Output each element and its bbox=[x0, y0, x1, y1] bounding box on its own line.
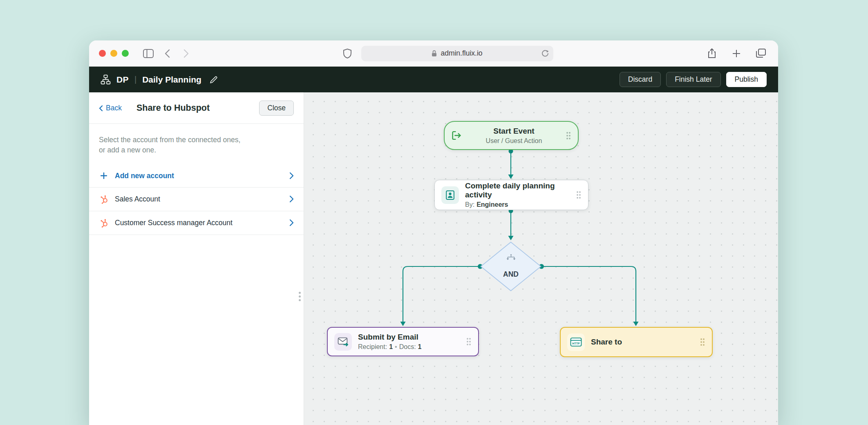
recipient-label: Recipient: bbox=[358, 343, 387, 351]
node-title: Start Event bbox=[493, 127, 534, 136]
close-panel-button[interactable]: Close bbox=[259, 101, 294, 116]
hubspot-icon bbox=[99, 218, 109, 228]
drag-handle-icon[interactable] bbox=[466, 337, 472, 346]
add-account-row[interactable]: Add new account bbox=[89, 165, 304, 188]
branch-icon bbox=[480, 254, 541, 262]
add-account-label: Add new account bbox=[115, 172, 174, 180]
close-window-button[interactable] bbox=[99, 50, 106, 57]
docs-label: Docs: bbox=[399, 343, 416, 351]
browser-toolbar: admin.fluix.io bbox=[89, 40, 778, 67]
back-link[interactable]: Back bbox=[99, 104, 122, 112]
url-text: admin.fluix.io bbox=[441, 49, 482, 58]
drag-handle-icon[interactable] bbox=[566, 131, 571, 140]
account-list: Add new account Sales Account bbox=[89, 165, 304, 235]
node-share-to[interactable]: HTTP Share to bbox=[560, 327, 713, 357]
back-label: Back bbox=[106, 104, 122, 112]
edit-title-icon[interactable] bbox=[210, 76, 218, 84]
workflow-initials: DP bbox=[116, 75, 129, 85]
address-bar[interactable]: admin.fluix.io bbox=[361, 46, 553, 61]
user-task-icon bbox=[441, 186, 459, 204]
gateway-label: AND bbox=[480, 270, 541, 279]
http-share-icon: HTTP bbox=[567, 333, 585, 351]
traffic-lights bbox=[99, 50, 129, 57]
node-complete-activity[interactable]: Complete daily planning activity By: Eng… bbox=[434, 180, 588, 210]
tab-overview-icon[interactable] bbox=[754, 47, 768, 60]
workflow-icon bbox=[101, 74, 111, 85]
by-label: By: bbox=[465, 201, 474, 208]
gateway-diamond bbox=[480, 242, 541, 291]
header-divider: | bbox=[134, 75, 136, 84]
node-submit-by-email[interactable]: Submit by Email Recipient: 1 • Docs: 1 bbox=[327, 327, 479, 356]
chevron-right-icon bbox=[289, 172, 294, 179]
account-row-sales[interactable]: Sales Account bbox=[89, 188, 304, 211]
node-subtitle: User / Guest Action bbox=[486, 137, 542, 145]
workflow-title: Daily Planning bbox=[142, 75, 201, 85]
account-label: Customer Success manager Account bbox=[115, 219, 233, 227]
publish-button[interactable]: Publish bbox=[726, 72, 767, 87]
zoom-window-button[interactable] bbox=[122, 50, 129, 57]
chevron-left-icon bbox=[99, 105, 103, 112]
node-title: Share to bbox=[591, 338, 694, 347]
sidebar-toggle-icon[interactable] bbox=[141, 47, 156, 60]
forward-nav-icon[interactable] bbox=[179, 47, 193, 60]
node-title: Complete daily planning activity bbox=[465, 181, 570, 199]
panel-description: Select the account from the connected on… bbox=[89, 124, 304, 165]
header-actions: Discard Finish Later Publish bbox=[620, 72, 767, 87]
browser-actions bbox=[705, 47, 768, 60]
finish-later-button[interactable]: Finish Later bbox=[666, 72, 720, 87]
meta-separator: • bbox=[395, 343, 397, 351]
by-value: Engineers bbox=[477, 201, 508, 208]
panel-header: Back Share to Hubspot Close bbox=[89, 92, 304, 124]
recipient-value: 1 bbox=[389, 343, 393, 351]
http-icon-label: HTTP bbox=[572, 342, 580, 344]
account-label: Sales Account bbox=[115, 195, 160, 204]
main-content: Back Share to Hubspot Close Select the a… bbox=[89, 92, 778, 425]
address-area: admin.fluix.io bbox=[197, 46, 696, 61]
drag-handle-icon[interactable] bbox=[576, 190, 582, 199]
hubspot-icon bbox=[99, 195, 109, 204]
description-line-2: or add a new one. bbox=[99, 145, 294, 155]
docs-value: 1 bbox=[418, 343, 422, 351]
workflow-canvas[interactable]: Start Event User / Guest Action Complete… bbox=[304, 92, 778, 425]
description-line-1: Select the account from the connected on… bbox=[99, 135, 294, 145]
new-tab-icon[interactable] bbox=[729, 47, 744, 60]
browser-window: admin.fluix.io DP | Dai bbox=[89, 40, 778, 425]
discard-button[interactable]: Discard bbox=[620, 72, 661, 87]
node-title: Submit by Email bbox=[358, 333, 460, 342]
workflow-brand: DP | Daily Planning bbox=[101, 74, 218, 85]
lock-icon bbox=[432, 50, 437, 57]
email-submit-icon bbox=[334, 333, 352, 351]
back-nav-icon[interactable] bbox=[160, 47, 174, 60]
shield-icon[interactable] bbox=[340, 47, 355, 60]
chevron-right-icon bbox=[289, 195, 294, 203]
minimize-window-button[interactable] bbox=[110, 50, 117, 57]
node-and-gateway[interactable]: AND bbox=[480, 242, 541, 291]
share-icon[interactable] bbox=[705, 47, 719, 60]
reload-icon[interactable] bbox=[541, 50, 549, 57]
chevron-right-icon bbox=[289, 219, 294, 226]
share-panel: Back Share to Hubspot Close Select the a… bbox=[89, 92, 304, 425]
drag-handle-icon[interactable] bbox=[700, 338, 705, 347]
plus-icon bbox=[99, 172, 109, 179]
panel-title: Share to Hubspot bbox=[136, 103, 210, 113]
node-start-event[interactable]: Start Event User / Guest Action bbox=[444, 121, 579, 150]
start-event-icon bbox=[451, 130, 462, 141]
app-header: DP | Daily Planning Discard Finish Later… bbox=[89, 67, 778, 92]
panel-resize-handle[interactable] bbox=[299, 292, 301, 301]
account-row-customer-success[interactable]: Customer Success manager Account bbox=[89, 211, 304, 235]
